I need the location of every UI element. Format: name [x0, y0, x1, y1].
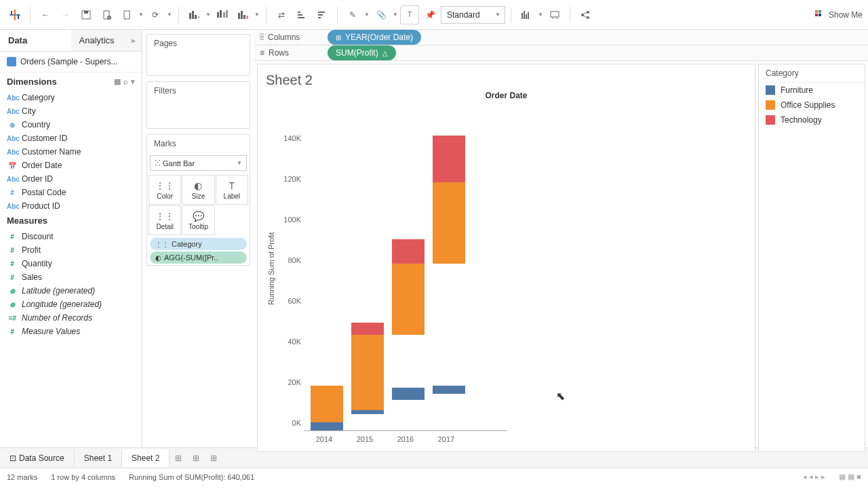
svg-rect-34	[818, 10, 821, 13]
show-me-button[interactable]: Show Me	[815, 10, 863, 20]
columns-shelf[interactable]: ⦙⦙⦙Columns ⊞YEAR(Order Date)	[254, 30, 868, 45]
group-icon[interactable]: 📎	[372, 5, 391, 24]
new-story-icon[interactable]: ⊞	[205, 453, 222, 463]
field-measure[interactable]: #Profit	[0, 243, 142, 257]
field-dimension[interactable]: 📅Order Date	[0, 159, 142, 172]
show-cards-icon[interactable]	[517, 5, 536, 24]
field-measure[interactable]: ⊕Latitude (generated)	[0, 284, 142, 298]
presentation-icon[interactable]	[545, 5, 564, 24]
plot-area[interactable]	[304, 106, 507, 431]
duplicate-icon[interactable]	[213, 5, 232, 24]
mark-label[interactable]: TLabel	[216, 175, 248, 205]
dropdown-icon[interactable]: ▼	[363, 12, 370, 18]
field-dimension[interactable]: AbcOrder ID	[0, 172, 142, 186]
field-type-icon: Abc	[7, 176, 18, 183]
legend-item[interactable]: Technology	[759, 113, 865, 127]
highlight-icon[interactable]: ✎	[343, 5, 362, 24]
clear-icon[interactable]: ✕	[233, 5, 252, 24]
marks-type-select[interactable]: ⵘGantt Bar	[150, 155, 247, 171]
field-measure[interactable]: #Sales	[0, 270, 142, 284]
dropdown-icon[interactable]: ▼	[138, 12, 144, 18]
search-icon[interactable]: ⌕	[123, 77, 128, 86]
filters-card[interactable]: Filters	[146, 81, 250, 129]
new-data-icon[interactable]	[97, 5, 116, 24]
field-dimension[interactable]: AbcCustomer Name	[0, 145, 142, 159]
bar-segment[interactable]	[351, 335, 384, 410]
tab-sheet1[interactable]: Sheet 1	[75, 449, 122, 467]
rows-pill[interactable]: SUM(Profit)△	[328, 45, 396, 60]
mark-pill[interactable]: ⋮⋮Category	[150, 238, 247, 250]
columns-pill[interactable]: ⊞YEAR(Order Date)	[328, 30, 421, 45]
bar-segment[interactable]	[311, 386, 343, 422]
tab-analytics[interactable]: Analytics	[71, 30, 142, 51]
bar-segment[interactable]	[433, 182, 465, 264]
field-measure[interactable]: ⊕Longitude (generated)	[0, 298, 142, 311]
viz-canvas[interactable]: Sheet 2 Order Date Running Sum of Profit…	[257, 64, 755, 452]
field-dimension[interactable]: AbcCategory	[0, 91, 142, 104]
datasource-item[interactable]: Orders (Sample - Supers...	[0, 52, 142, 73]
refresh-icon[interactable]: ⟳	[146, 5, 165, 24]
sort-asc-icon[interactable]	[292, 5, 311, 24]
legend-swatch	[766, 115, 775, 125]
legend-item[interactable]: Office Supplies	[759, 98, 865, 113]
bar-segment[interactable]	[351, 323, 384, 335]
label-icon[interactable]: T	[400, 5, 419, 24]
dropdown-icon[interactable]: ▼	[166, 12, 173, 18]
menu-icon[interactable]: ▾	[131, 77, 135, 86]
new-worksheet-icon[interactable]: +	[184, 5, 203, 24]
field-dimension[interactable]: AbcProduct ID	[0, 199, 142, 211]
bar-segment[interactable]	[433, 386, 465, 394]
field-measure[interactable]: #Measure Values	[0, 325, 142, 338]
pages-card[interactable]: Pages	[146, 34, 250, 76]
mark-size[interactable]: ◐Size	[182, 175, 214, 205]
rows-icon: ≡	[260, 48, 264, 58]
mark-detail[interactable]: ⋮⋮Detail	[149, 205, 181, 235]
field-dimension[interactable]: AbcCity	[0, 104, 142, 118]
tab-sheet2[interactable]: Sheet 2	[122, 449, 170, 467]
bar-segment[interactable]	[392, 388, 425, 400]
sort-desc-icon[interactable]	[313, 5, 332, 24]
x-axis: 2014201520162017	[304, 431, 545, 443]
field-dimension[interactable]: ⊕Country	[0, 118, 142, 131]
legend-card[interactable]: Category FurnitureOffice SuppliesTechnol…	[758, 64, 865, 452]
dropdown-icon[interactable]: ▼	[537, 12, 544, 18]
mark-pill[interactable]: ◐AGG(-SUM([Pr..	[150, 251, 247, 264]
nav-controls[interactable]: ◂ ◂ ▸ ▸	[803, 472, 825, 481]
save-icon[interactable]	[77, 5, 96, 24]
svg-rect-13	[223, 12, 225, 18]
tab-data[interactable]: Data	[0, 30, 71, 51]
dropdown-icon[interactable]: ▼	[205, 12, 212, 18]
tab-data-source[interactable]: ⊡Data Source	[0, 449, 75, 467]
view-icon[interactable]: ▦	[114, 77, 121, 86]
dropdown-icon[interactable]: ▼	[392, 12, 399, 18]
mark-tooltip[interactable]: 💬Tooltip	[182, 205, 214, 235]
field-dimension[interactable]: AbcCustomer ID	[0, 131, 142, 145]
field-dimension[interactable]: #Postal Code	[0, 186, 142, 199]
share-icon[interactable]	[576, 5, 595, 24]
bar-segment[interactable]	[392, 264, 425, 335]
back-icon[interactable]: ←	[36, 5, 55, 24]
sheet-title[interactable]: Sheet 2	[266, 73, 747, 88]
view-controls[interactable]: ▦ ▦ ■	[839, 472, 861, 481]
bar-segment[interactable]	[392, 239, 425, 264]
new-dashboard-icon[interactable]: ⊞	[187, 453, 205, 463]
field-type-icon: #	[7, 328, 18, 336]
field-measure[interactable]: #Discount	[0, 230, 142, 243]
field-measure[interactable]: =#Number of Records	[0, 311, 142, 325]
swap-icon[interactable]: ⇄	[272, 5, 291, 24]
datasource-tab-icon: ⊡	[9, 453, 16, 463]
pause-icon[interactable]	[117, 5, 136, 24]
fit-select[interactable]: Standard	[441, 6, 505, 24]
forward-icon[interactable]: →	[56, 5, 75, 24]
pin-icon[interactable]: 📌	[420, 5, 439, 24]
mark-color[interactable]: ⋮⋮Color	[149, 175, 181, 205]
dropdown-icon[interactable]: ▼	[254, 12, 260, 18]
table-calc-icon: △	[382, 49, 388, 57]
y-axis-label: Running Sum of Profit	[266, 106, 277, 431]
rows-shelf[interactable]: ≡Rows SUM(Profit)△	[254, 45, 868, 61]
field-measure[interactable]: #Quantity	[0, 257, 142, 270]
tableau-logo-icon[interactable]	[5, 5, 24, 24]
bar-segment[interactable]	[433, 136, 465, 182]
new-worksheet-icon[interactable]: ⊞	[170, 453, 187, 463]
legend-item[interactable]: Furniture	[759, 83, 865, 98]
